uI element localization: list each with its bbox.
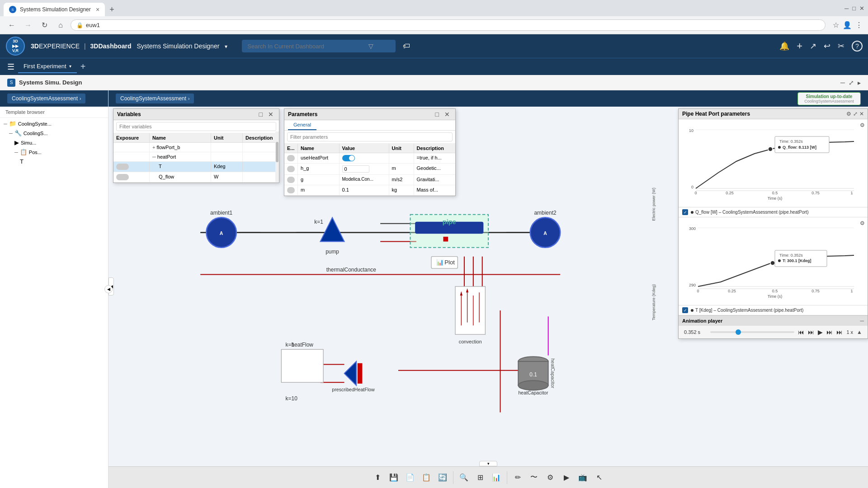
plot-button[interactable]: 📊 Plot <box>431 257 458 269</box>
node-pipe[interactable]: pipe <box>410 215 488 248</box>
sidebar-collapse-left[interactable]: ◀ <box>104 285 113 293</box>
toolbar-signal-button[interactable]: 〜 <box>526 470 542 485</box>
toolbar-clipboard-button[interactable]: 📋 <box>419 470 434 485</box>
toolbar-edit-button[interactable]: ✏ <box>510 470 525 485</box>
variables-filter-input[interactable] <box>116 122 276 131</box>
var-toggle-qflow[interactable] <box>113 172 150 182</box>
var-expand-2[interactable]: ─ <box>152 154 156 160</box>
node-convection[interactable]: convection <box>455 286 485 344</box>
tree-item-2[interactable]: ─ 🔧 CoolingS... <box>0 128 108 138</box>
header-search-bar[interactable]: ▽ <box>242 40 396 52</box>
param-value-ushp[interactable] <box>340 153 389 163</box>
param-value-m[interactable]: 0.1 <box>340 185 389 195</box>
chart-settings-button[interactable]: ⚙ <box>846 111 851 117</box>
var-row-qflow[interactable]: Q_flow W <box>113 172 279 183</box>
node-ambient2[interactable]: A ambient2 <box>530 210 560 248</box>
parameters-filter-input[interactable] <box>287 132 453 141</box>
param-toggle-ushp-switch[interactable] <box>287 155 295 161</box>
variables-scrollbar[interactable] <box>275 131 279 183</box>
address-bar[interactable]: 🔒 euw1 <box>71 19 826 31</box>
tree-item-4[interactable]: ─ 📋 Pos... <box>0 147 108 157</box>
param-value-g[interactable]: Modelica.Con... <box>340 175 389 185</box>
tree-item-5[interactable]: T <box>0 157 108 166</box>
variables-close-button[interactable]: ✕ <box>266 111 275 118</box>
new-tab-button[interactable]: + <box>106 3 118 16</box>
toolbar-upload-button[interactable]: ⬆ <box>370 470 385 485</box>
share-icon[interactable]: ↗ <box>810 41 816 51</box>
node-heatcapacitor[interactable]: 0.1 heatCapacitor <box>518 357 548 395</box>
account-icon[interactable]: 👤 <box>843 21 852 29</box>
param-toggle-m[interactable] <box>284 185 298 195</box>
tab-general[interactable]: General <box>288 120 316 130</box>
help-icon[interactable]: ? <box>852 41 863 52</box>
back-icon[interactable]: ↩ <box>824 41 830 51</box>
app-dropdown-button[interactable]: ▾ <box>225 43 227 50</box>
param-toggle-ushp[interactable] <box>284 153 298 163</box>
param-toggle-hg[interactable] <box>284 164 298 174</box>
chart-expand-button[interactable]: ⤢ <box>853 111 858 117</box>
toolbar-cursor-button[interactable]: ↖ <box>591 470 607 485</box>
minimize-browser[interactable]: ─ <box>844 5 849 12</box>
toolbar-save-button[interactable]: 💾 <box>386 470 401 485</box>
toolbar-search-button[interactable]: 🔍 <box>456 470 472 485</box>
blue-toggle-ushp[interactable] <box>342 155 355 161</box>
node-prescribed-heatflow[interactable]: prescribedHeatFlow <box>332 361 375 392</box>
param-toggle-g-switch[interactable] <box>287 177 295 183</box>
player-speed-up-button[interactable]: ▲ <box>857 329 862 335</box>
toggle-T[interactable] <box>116 164 129 170</box>
param-value-hg[interactable] <box>340 164 389 174</box>
search-input[interactable] <box>247 43 365 50</box>
toolbar-play-button[interactable]: ▶ <box>559 470 574 485</box>
param-value-hg-input[interactable] <box>342 165 369 173</box>
tab-first-experiment[interactable]: First Experiment ▾ <box>18 60 77 73</box>
close-browser[interactable]: ✕ <box>859 5 864 12</box>
chart-close-button[interactable]: ✕ <box>859 111 864 117</box>
player-step-back-button[interactable]: ⏭ <box>808 328 814 336</box>
tab-close-button[interactable]: × <box>96 6 99 13</box>
header-tag-icon[interactable]: 🏷 <box>403 42 410 50</box>
parameters-close-button[interactable]: ✕ <box>443 111 452 118</box>
canvas-breadcrumb-item[interactable]: CoolingSystemAssessment › <box>116 94 194 103</box>
toolbar-document-button[interactable]: 📄 <box>402 470 418 485</box>
variables-minimize-button[interactable]: □ <box>257 111 264 118</box>
legend-2-checkbox[interactable]: ✓ <box>682 307 688 313</box>
tab-add-button[interactable]: + <box>80 61 86 72</box>
toolbar-display-button[interactable]: 📺 <box>575 470 590 485</box>
bookmark-icon[interactable]: ☆ <box>833 21 839 29</box>
node-ambient1[interactable]: A ambient1 <box>206 210 236 248</box>
player-progress-track[interactable] <box>710 331 794 333</box>
param-toggle-hg-switch[interactable] <box>287 166 295 172</box>
toolbar-settings-button[interactable]: ⚙ <box>542 470 558 485</box>
toolbar-grid-button[interactable]: ⊞ <box>472 470 488 485</box>
toolbar-chart-button[interactable]: 📊 <box>489 470 504 485</box>
tree-item-1[interactable]: ─ 📁 CoolingSyste... <box>0 119 108 128</box>
title-expand-button[interactable]: ▸ <box>858 79 861 86</box>
search-filter-icon[interactable]: ▽ <box>368 42 373 50</box>
title-minimize-button[interactable]: ─ <box>840 79 845 86</box>
param-toggle-g[interactable] <box>284 175 298 185</box>
chart-2-settings-icon[interactable]: ⚙ <box>860 220 865 226</box>
var-toggle-T[interactable] <box>113 162 150 172</box>
canvas-collapse-bottom[interactable]: ▾ <box>479 461 497 466</box>
parameters-minimize-button[interactable]: □ <box>434 111 441 118</box>
notification-icon[interactable]: 🔔 <box>779 41 789 51</box>
param-toggle-m-switch[interactable] <box>287 187 295 193</box>
menu-icon[interactable]: ⋮ <box>855 21 863 29</box>
add-icon[interactable]: + <box>797 40 802 52</box>
player-skip-start-button[interactable]: ⏮ <box>798 328 804 336</box>
animation-player-minimize[interactable]: ─ <box>860 318 864 324</box>
nav-forward-button[interactable]: → <box>22 19 34 32</box>
player-progress-thumb[interactable] <box>736 329 741 335</box>
player-play-button[interactable]: ▶ <box>818 328 823 336</box>
breadcrumb-item[interactable]: CoolingSystemAssessment › <box>7 94 85 103</box>
var-expand-1[interactable]: + <box>152 145 155 150</box>
scissors-icon[interactable]: ✂ <box>838 41 844 51</box>
nav-home-button[interactable]: ⌂ <box>54 19 67 32</box>
restore-browser[interactable]: □ <box>852 5 856 12</box>
nav-refresh-button[interactable]: ↻ <box>38 19 51 32</box>
player-skip-end-button[interactable]: ⏭ <box>836 328 843 336</box>
browser-tab-active[interactable]: S Systems Simulation Designer - Fi... × <box>4 3 105 16</box>
chart-1-settings-icon[interactable]: ⚙ <box>860 122 865 128</box>
nav-toggle-icon[interactable]: ☰ <box>7 62 14 72</box>
node-pump[interactable]: pump <box>321 217 344 255</box>
